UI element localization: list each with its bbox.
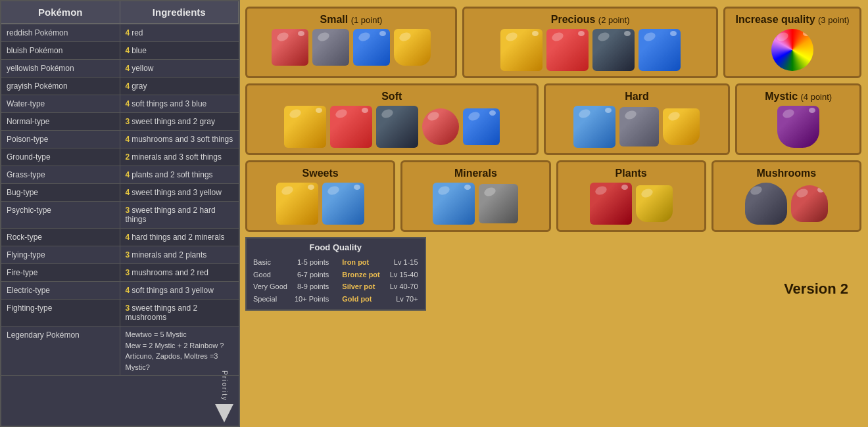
- box-mushrooms-title: Mushrooms: [757, 168, 817, 179]
- box-minerals-items: [433, 183, 518, 225]
- pot-name: Iron pot: [342, 256, 369, 269]
- pot-level: Lv 1-15: [394, 256, 418, 269]
- fq-points: 8-9 points: [297, 281, 329, 293]
- box-sweets: Sweets: [245, 160, 395, 232]
- sprite-soft-blue: [463, 108, 500, 145]
- box-quality-items: [771, 29, 813, 71]
- sprite-prec-red: [546, 29, 589, 71]
- sprite-small-gray: [312, 29, 349, 66]
- cell-ingredient: 4red: [120, 24, 239, 41]
- fq-title: Food Quality: [253, 242, 418, 252]
- cell-ingredient: 4yellow: [120, 60, 239, 77]
- sprite-sweet-yellow: [276, 183, 318, 225]
- cell-pokemon: Fighting-type: [1, 300, 120, 326]
- cell-ingredient: 3mushrooms and 2 red: [120, 264, 239, 281]
- sprite-soft-red: [330, 106, 372, 148]
- sprite-prec-blue: [639, 29, 681, 71]
- sprite-soft-yellow: [284, 106, 326, 148]
- legendary-cell-pokemon: Legendary Pokémon: [1, 326, 120, 375]
- sprite-mineral-gray: [479, 184, 518, 223]
- cell-ingredient: 2minerals and 3 soft things: [120, 148, 239, 166]
- sprite-prec-dark: [592, 29, 635, 71]
- box-soft: Soft: [245, 83, 539, 155]
- fq-pots: Iron potLv 1-15Bronze potLv 15-40Silver …: [342, 256, 418, 305]
- version-text: Version 2: [784, 281, 848, 298]
- table-row: Water-type4soft things and 3 blue: [1, 95, 239, 113]
- fq-pot-row: Iron potLv 1-15: [342, 256, 418, 269]
- col-pokemon: Pokémon: [1, 1, 120, 23]
- fq-level-row: Very Good8-9 points: [253, 281, 329, 293]
- cell-ingredient: 3sweet things and 2 gray: [120, 113, 239, 130]
- cell-ingredient: 4mushrooms and 3 soft things: [120, 131, 239, 148]
- fq-points: 1-5 points: [297, 256, 329, 269]
- fq-levels: Basic1-5 pointsGood6-7 pointsVery Good8-…: [253, 256, 329, 305]
- box-precious-items: [500, 29, 681, 71]
- sprite-mineral-blue: [433, 183, 475, 225]
- table-row: Fighting-type3sweet things and 2 mushroo…: [1, 300, 239, 326]
- pot-level: Lv 70+: [396, 293, 418, 305]
- table-row: Fire-type3mushrooms and 2 red: [1, 264, 239, 282]
- box-mystic: Mystic (4 point): [735, 83, 861, 155]
- table-row: Psychic-type3sweet things and 2 hard thi…: [1, 202, 239, 229]
- box-soft-title: Soft: [381, 91, 402, 102]
- food-quality-box: Food Quality Basic1-5 pointsGood6-7 poin…: [245, 237, 426, 311]
- box-mystic-items: [777, 106, 819, 148]
- box-plants-items: [590, 183, 673, 225]
- box-small: Small (1 point): [245, 7, 457, 78]
- sprite-hard-yellow: [663, 108, 700, 145]
- box-plants-title: Plants: [615, 168, 647, 179]
- table-row: Normal-type3sweet things and 2 gray: [1, 113, 239, 131]
- cell-pokemon: Bug-type: [1, 184, 120, 201]
- box-minerals-title: Minerals: [454, 168, 497, 179]
- table-header: Pokémon Ingredients: [1, 1, 239, 24]
- cell-ingredient: 4blue: [120, 42, 239, 59]
- priority-arrow: [215, 404, 233, 422]
- box-small-items: [272, 29, 431, 66]
- table-row: grayish Pokémon4gray: [1, 78, 239, 95]
- cell-pokemon: bluish Pokémon: [1, 42, 120, 59]
- sprite-plant-yellow: [636, 185, 673, 222]
- sprite-mush-red: [791, 185, 828, 222]
- cell-pokemon: Poison-type: [1, 131, 120, 148]
- fq-label: Good: [253, 269, 271, 281]
- table-row: Poison-type4mushrooms and 3 soft things: [1, 131, 239, 148]
- box-sweets-title: Sweets: [302, 168, 339, 179]
- sprite-small-yellow: [394, 29, 431, 66]
- box-plants: Plants: [556, 160, 706, 232]
- legendary-row: Legendary PokémonMewtwo = 5 MysticMew = …: [1, 326, 239, 376]
- box-minerals: Minerals: [400, 160, 550, 232]
- table-row: Ground-type2minerals and 3 soft things: [1, 148, 239, 166]
- table-row: Grass-type4plants and 2 soft things: [1, 166, 239, 184]
- box-hard: Hard: [544, 83, 731, 155]
- cell-ingredient: 4soft things and 3 blue: [120, 95, 239, 112]
- table-row: yellowish Pokémon4yellow: [1, 60, 239, 78]
- cell-ingredient: 3sweet things and 2 mushrooms: [120, 300, 239, 326]
- table-row: reddish Pokémon4red: [1, 24, 239, 42]
- fq-pot-row: Bronze potLv 15-40: [342, 269, 418, 281]
- sprite-prec-yellow: [500, 29, 542, 71]
- cell-ingredient: 3sweet things and 2 hard things: [120, 202, 239, 228]
- cell-pokemon: Grass-type: [1, 166, 120, 183]
- fq-label: Very Good: [253, 281, 287, 293]
- pot-level: Lv 40-70: [390, 281, 418, 293]
- fq-pot-row: Gold potLv 70+: [342, 293, 418, 305]
- cell-pokemon: Rock-type: [1, 229, 120, 246]
- box-mystic-title: Mystic (4 point): [765, 91, 832, 102]
- sprite-plant-red: [590, 183, 632, 225]
- box-precious: Precious (2 point): [462, 7, 718, 78]
- fq-points: 10+ Points: [295, 293, 329, 305]
- fq-level-row: Good6-7 points: [253, 269, 329, 281]
- table-body: reddish Pokémon4redbluish Pokémon4blueye…: [1, 24, 239, 426]
- cell-ingredient: 4hard things and 2 minerals: [120, 229, 239, 246]
- ingredient-row-1: Small (1 point) Precious (2 point): [245, 7, 861, 78]
- fq-points: 6-7 points: [297, 269, 329, 281]
- box-quality-title: Increase quality (3 point): [736, 14, 850, 26]
- left-table: Pokémon Ingredients reddish Pokémon4redb…: [0, 0, 240, 427]
- fq-label: Basic: [253, 256, 271, 269]
- cell-pokemon: Flying-type: [1, 246, 120, 263]
- cell-ingredient: 4plants and 2 soft things: [120, 166, 239, 183]
- cell-pokemon: Electric-type: [1, 282, 120, 299]
- sprite-small-blue: [353, 29, 390, 66]
- table-row: Bug-type4sweet things and 3 yellow: [1, 184, 239, 202]
- table-row: Rock-type4hard things and 2 minerals: [1, 229, 239, 246]
